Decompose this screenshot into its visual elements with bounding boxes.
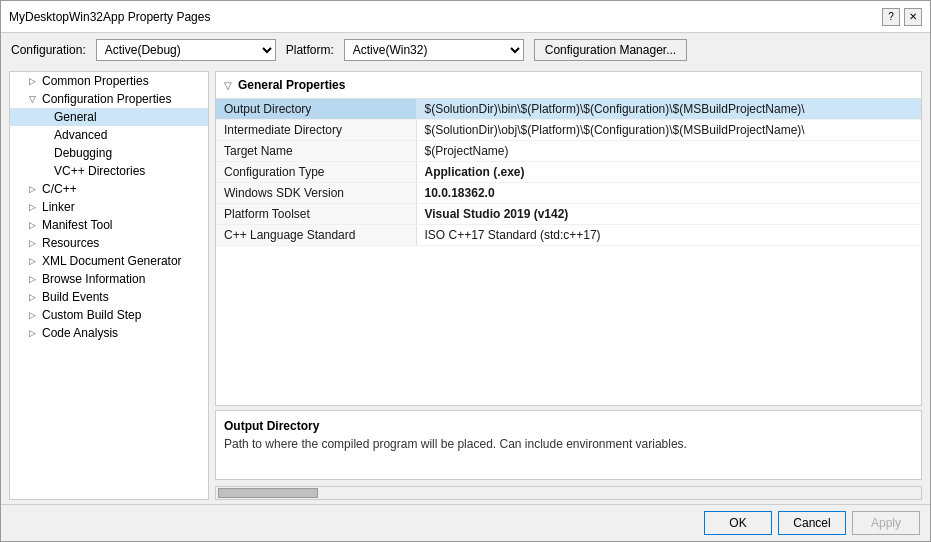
info-description: Path to where the compiled program will …: [224, 437, 913, 451]
expand-icon: ▷: [26, 201, 38, 213]
sidebar-item-xml-document-generator[interactable]: ▷ XML Document Generator: [10, 252, 208, 270]
table-row[interactable]: Target Name $(ProjectName): [216, 141, 921, 162]
scrollbar-track[interactable]: [215, 486, 922, 500]
sidebar-item-resources[interactable]: ▷ Resources: [10, 234, 208, 252]
window-title: MyDesktopWin32App Property Pages: [9, 10, 210, 24]
prop-value: Visual Studio 2019 (v142): [416, 204, 921, 225]
left-tree-panel: ▷ Common Properties ▽ Configuration Prop…: [9, 71, 209, 500]
sidebar-item-custom-build-step[interactable]: ▷ Custom Build Step: [10, 306, 208, 324]
sidebar-item-label: VC++ Directories: [54, 164, 145, 178]
props-header: ▽ General Properties: [216, 72, 921, 99]
prop-name: Configuration Type: [216, 162, 416, 183]
table-row[interactable]: Platform Toolset Visual Studio 2019 (v14…: [216, 204, 921, 225]
property-pages-window: MyDesktopWin32App Property Pages ? ✕ Con…: [0, 0, 931, 542]
sidebar-item-label: Advanced: [54, 128, 107, 142]
expand-icon: [38, 165, 50, 177]
prop-name: Output Directory: [216, 99, 416, 120]
sidebar-item-advanced[interactable]: Advanced: [10, 126, 208, 144]
collapse-icon: ▽: [224, 80, 232, 91]
prop-value: ISO C++17 Standard (std:c++17): [416, 225, 921, 246]
right-panel: ▽ General Properties Output Directory $(…: [215, 71, 922, 500]
sidebar-item-vcpp-directories[interactable]: VC++ Directories: [10, 162, 208, 180]
table-row[interactable]: Intermediate Directory $(SolutionDir)\ob…: [216, 120, 921, 141]
platform-label: Platform:: [286, 43, 334, 57]
properties-area: ▽ General Properties Output Directory $(…: [215, 71, 922, 406]
expand-icon: ▷: [26, 291, 38, 303]
config-label: Configuration:: [11, 43, 86, 57]
sidebar-item-configuration-properties[interactable]: ▽ Configuration Properties: [10, 90, 208, 108]
table-row[interactable]: Windows SDK Version 10.0.18362.0: [216, 183, 921, 204]
config-select[interactable]: Active(Debug): [96, 39, 276, 61]
sidebar-item-label: Configuration Properties: [42, 92, 171, 106]
table-row[interactable]: Configuration Type Application (.exe): [216, 162, 921, 183]
main-content: ▷ Common Properties ▽ Configuration Prop…: [1, 67, 930, 504]
sidebar-item-label: Build Events: [42, 290, 109, 304]
properties-table: Output Directory $(SolutionDir)\bin\$(Pl…: [216, 99, 921, 246]
sidebar-item-label: C/C++: [42, 182, 77, 196]
expand-icon: ▷: [26, 255, 38, 267]
close-button[interactable]: ✕: [904, 8, 922, 26]
prop-value: Application (.exe): [416, 162, 921, 183]
props-section-title: General Properties: [238, 78, 345, 92]
expand-icon: ▷: [26, 273, 38, 285]
scrollbar-thumb[interactable]: [218, 488, 318, 498]
prop-name: Target Name: [216, 141, 416, 162]
table-row[interactable]: Output Directory $(SolutionDir)\bin\$(Pl…: [216, 99, 921, 120]
prop-name: Intermediate Directory: [216, 120, 416, 141]
expand-icon: ▽: [26, 93, 38, 105]
sidebar-item-debugging[interactable]: Debugging: [10, 144, 208, 162]
title-bar-controls: ? ✕: [882, 8, 922, 26]
prop-value: $(SolutionDir)\bin\$(Platform)\$(Configu…: [416, 99, 921, 120]
sidebar-item-label: Linker: [42, 200, 75, 214]
title-bar: MyDesktopWin32App Property Pages ? ✕: [1, 1, 930, 33]
sidebar-item-label: Resources: [42, 236, 99, 250]
sidebar-item-manifest-tool[interactable]: ▷ Manifest Tool: [10, 216, 208, 234]
ok-button[interactable]: OK: [704, 511, 772, 535]
sidebar-item-c-cpp[interactable]: ▷ C/C++: [10, 180, 208, 198]
sidebar-item-label: Custom Build Step: [42, 308, 141, 322]
expand-icon: ▷: [26, 309, 38, 321]
sidebar-item-label: Manifest Tool: [42, 218, 112, 232]
prop-value: $(SolutionDir)\obj\$(Platform)\$(Configu…: [416, 120, 921, 141]
configuration-manager-button[interactable]: Configuration Manager...: [534, 39, 687, 61]
prop-value: 10.0.18362.0: [416, 183, 921, 204]
table-row[interactable]: C++ Language Standard ISO C++17 Standard…: [216, 225, 921, 246]
platform-select[interactable]: Active(Win32): [344, 39, 524, 61]
footer: OK Cancel Apply: [1, 504, 930, 541]
help-button[interactable]: ?: [882, 8, 900, 26]
info-title: Output Directory: [224, 419, 913, 433]
sidebar-item-common-properties[interactable]: ▷ Common Properties: [10, 72, 208, 90]
sidebar-item-label: XML Document Generator: [42, 254, 182, 268]
prop-name: Platform Toolset: [216, 204, 416, 225]
cancel-button[interactable]: Cancel: [778, 511, 846, 535]
sidebar-item-label: Debugging: [54, 146, 112, 160]
prop-name: C++ Language Standard: [216, 225, 416, 246]
expand-icon: [38, 147, 50, 159]
config-row: Configuration: Active(Debug) Platform: A…: [1, 33, 930, 67]
expand-icon: ▷: [26, 237, 38, 249]
sidebar-item-general[interactable]: General: [10, 108, 208, 126]
sidebar-item-label: General: [54, 110, 97, 124]
expand-icon: ▷: [26, 327, 38, 339]
sidebar-item-linker[interactable]: ▷ Linker: [10, 198, 208, 216]
sidebar-item-build-events[interactable]: ▷ Build Events: [10, 288, 208, 306]
prop-name: Windows SDK Version: [216, 183, 416, 204]
horizontal-scrollbar[interactable]: [215, 486, 922, 500]
prop-value: $(ProjectName): [416, 141, 921, 162]
expand-icon: ▷: [26, 219, 38, 231]
sidebar-item-label: Code Analysis: [42, 326, 118, 340]
expand-icon: [38, 111, 50, 123]
sidebar-item-code-analysis[interactable]: ▷ Code Analysis: [10, 324, 208, 342]
expand-icon: [38, 129, 50, 141]
info-area: Output Directory Path to where the compi…: [215, 410, 922, 480]
sidebar-item-label: Browse Information: [42, 272, 145, 286]
sidebar-item-label: Common Properties: [42, 74, 149, 88]
apply-button[interactable]: Apply: [852, 511, 920, 535]
sidebar-item-browse-information[interactable]: ▷ Browse Information: [10, 270, 208, 288]
expand-icon: ▷: [26, 183, 38, 195]
expand-icon: ▷: [26, 75, 38, 87]
